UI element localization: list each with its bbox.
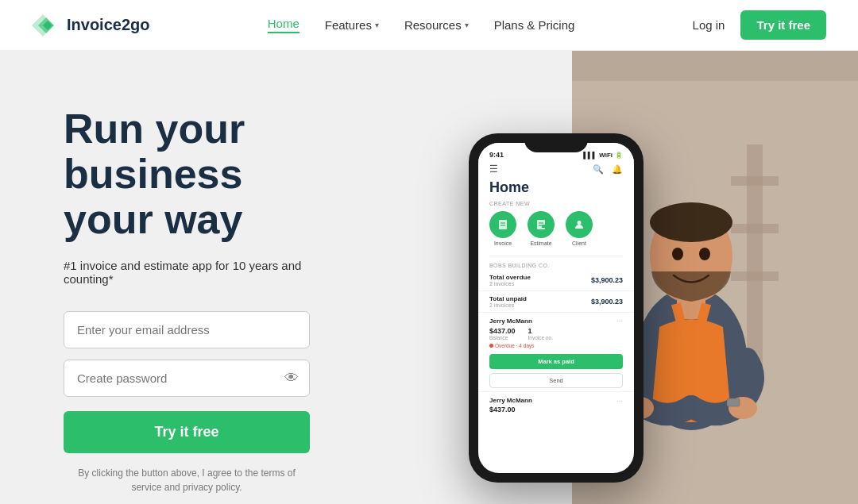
invoice-icon-circle (489, 211, 516, 238)
business-label: BOBS BUILDING CO. (478, 260, 634, 270)
estimate-icon-circle (528, 211, 555, 238)
hero-headline: Run your business your way (64, 106, 310, 243)
overdue-sub: 2 invoices (489, 281, 531, 287)
invoice-label: Invoice (494, 240, 512, 246)
battery-icon: 🔋 (615, 152, 623, 159)
status-icons: ▌▌▌ WiFi 🔋 (583, 152, 623, 159)
overdue-tag-1: Overdue · 4 days (489, 343, 623, 348)
client-name-2: Jerry McMann (489, 397, 532, 406)
phone-home-title: Home (478, 179, 634, 201)
svg-point-18 (650, 202, 732, 242)
header: Invoice2go Home Features ▾ Resources ▾ P… (0, 0, 858, 51)
try-free-header-button[interactable]: Try it free (740, 10, 826, 40)
svg-rect-26 (727, 398, 740, 406)
svg-rect-14 (731, 224, 779, 233)
phone-screen: 9:41 ▌▌▌ WiFi 🔋 ☰ 🔍 🔔 (478, 143, 634, 473)
overdue-title: Total overdue (489, 274, 531, 281)
logo-icon (32, 14, 60, 37)
svg-rect-15 (731, 271, 779, 281)
balance-val-2: $437.00 (489, 406, 623, 414)
client-name-1: Jerry McMann (489, 317, 532, 325)
hamburger-icon: ☰ (489, 164, 498, 175)
resources-chevron-icon: ▾ (465, 21, 469, 29)
svg-rect-9 (542, 225, 545, 228)
phone-time: 9:41 (489, 151, 504, 159)
overdue-amount: $3,900.23 (591, 276, 623, 284)
client-dots-1: ··· (616, 317, 623, 325)
estimate-label: Estimate (530, 240, 551, 246)
hero-left: Run your business your way #1 invoice an… (0, 51, 350, 504)
unpaid-amount: $3,900.23 (591, 298, 623, 306)
logo-text: Invoice2go (67, 16, 149, 34)
email-input[interactable] (64, 311, 310, 348)
nav-features[interactable]: Features ▾ (325, 18, 379, 32)
client-row-2: Jerry McMann ··· $437.00 (478, 392, 634, 417)
svg-point-24 (672, 248, 683, 260)
create-invoice-item[interactable]: Invoice (489, 211, 516, 246)
hero-right: 9:41 ▌▌▌ WiFi 🔋 ☰ 🔍 🔔 (350, 51, 858, 504)
signal-icon: ▌▌▌ (583, 152, 597, 159)
client-icon-circle (566, 211, 593, 238)
send-button[interactable]: Send (489, 373, 623, 388)
unpaid-title: Total unpaid (489, 295, 527, 302)
phone-notch (524, 133, 588, 152)
create-new-section: CREATE NEW Invoice (478, 201, 634, 252)
nav-resources[interactable]: Resources ▾ (404, 18, 469, 32)
features-chevron-icon: ▾ (375, 21, 379, 29)
nav: Home Features ▾ Resources ▾ Plans & Pric… (268, 17, 575, 33)
stat-row-unpaid: Total unpaid 2 invoices $3,900.23 (478, 291, 634, 313)
phone-bell-icon: 🔔 (612, 164, 623, 175)
password-input[interactable] (64, 360, 310, 397)
invoice-count-1: 1 (528, 327, 553, 335)
overdue-dot-icon (489, 344, 493, 348)
mark-paid-button[interactable]: Mark as paid (489, 354, 623, 369)
svg-rect-13 (731, 176, 779, 186)
hero-subtitle: #1 invoice and estimate app for 10 years… (64, 259, 310, 286)
stat-row-overdue: Total overdue 2 invoices $3,900.23 (478, 270, 634, 291)
login-button[interactable]: Log in (693, 18, 725, 32)
create-client-item[interactable]: Client (566, 211, 593, 246)
nav-right: Log in Try it free (693, 10, 826, 40)
client-dots-2: ··· (616, 397, 623, 406)
invoice-count-label-1: Invoice no. (528, 335, 553, 340)
balance-val-1: $437.00 (489, 327, 516, 335)
password-field-wrap: 👁 (64, 360, 310, 397)
wifi-icon: WiFi (599, 152, 613, 159)
create-estimate-item[interactable]: Estimate (528, 211, 555, 246)
hero-section: Run your business your way #1 invoice an… (0, 51, 858, 504)
client-row-1: Jerry McMann ··· $437.00 Balance 1 Invoi… (478, 313, 634, 392)
nav-plans-pricing[interactable]: Plans & Pricing (494, 18, 575, 32)
svg-point-10 (578, 221, 582, 225)
create-icons-row: Invoice Estimate (489, 211, 623, 246)
phone-nav-icons: 🔍 🔔 (593, 164, 623, 175)
balance-label-1: Balance (489, 335, 516, 340)
client-label: Client (572, 240, 586, 246)
create-new-label: CREATE NEW (489, 201, 623, 206)
eye-icon[interactable]: 👁 (284, 370, 299, 387)
terms-text: By clicking the button above, I agree to… (64, 466, 310, 494)
phone-search-icon: 🔍 (593, 164, 604, 175)
try-free-button[interactable]: Try it free (64, 411, 310, 453)
phone-mockup: 9:41 ▌▌▌ WiFi 🔋 ☰ 🔍 🔔 (469, 133, 644, 483)
unpaid-sub: 2 invoices (489, 302, 527, 308)
phone-frame: 9:41 ▌▌▌ WiFi 🔋 ☰ 🔍 🔔 (469, 133, 644, 483)
svg-rect-3 (499, 220, 507, 229)
phone-nav: ☰ 🔍 🔔 (478, 162, 634, 179)
svg-point-25 (699, 248, 710, 260)
divider-1 (489, 256, 623, 256)
logo[interactable]: Invoice2go (32, 14, 149, 37)
nav-home[interactable]: Home (268, 17, 300, 33)
